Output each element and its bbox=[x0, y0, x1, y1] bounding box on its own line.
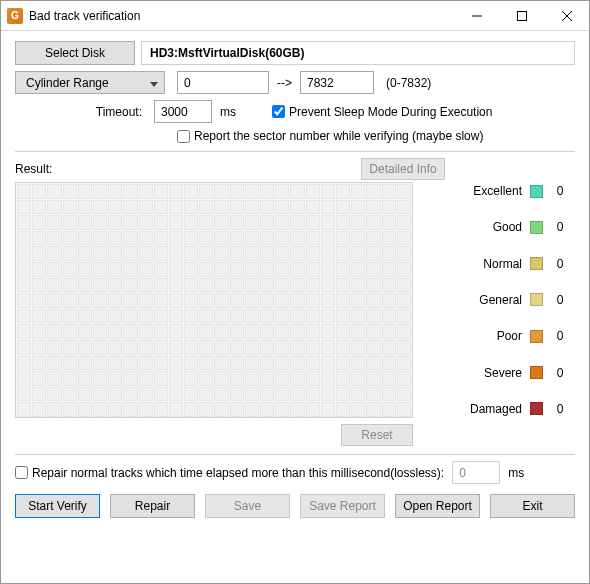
grid-cell bbox=[139, 293, 153, 308]
repair-normal-checkbox-input[interactable] bbox=[15, 466, 28, 479]
open-report-button[interactable]: Open Report bbox=[395, 494, 480, 518]
grid-cell bbox=[290, 231, 304, 246]
grid-cell bbox=[199, 215, 213, 230]
prevent-sleep-checkbox-input[interactable] bbox=[272, 105, 285, 118]
cylinder-to-input[interactable] bbox=[300, 71, 374, 94]
grid-cell bbox=[321, 231, 335, 246]
grid-cell bbox=[382, 231, 396, 246]
prevent-sleep-checkbox[interactable]: Prevent Sleep Mode During Execution bbox=[272, 105, 492, 119]
timeout-input[interactable] bbox=[154, 100, 212, 123]
grid-cell bbox=[154, 356, 168, 371]
grid-cell bbox=[108, 309, 122, 324]
grid-cell bbox=[382, 356, 396, 371]
grid-cell bbox=[306, 340, 320, 355]
grid-cell bbox=[47, 356, 61, 371]
grid-cell bbox=[123, 278, 137, 293]
report-sector-label: Report the sector number while verifying… bbox=[194, 129, 483, 143]
result-grid bbox=[15, 182, 413, 418]
grid-cell bbox=[336, 387, 350, 402]
grid-cell bbox=[154, 262, 168, 277]
grid-cell bbox=[366, 278, 380, 293]
grid-cell bbox=[17, 262, 31, 277]
grid-cell bbox=[214, 402, 228, 417]
grid-cell bbox=[63, 246, 77, 261]
grid-cell bbox=[154, 402, 168, 417]
grid-cell bbox=[366, 215, 380, 230]
grid-cell bbox=[260, 356, 274, 371]
grid-cell bbox=[93, 200, 107, 215]
report-sector-checkbox[interactable]: Report the sector number while verifying… bbox=[177, 129, 483, 143]
grid-cell bbox=[245, 278, 259, 293]
close-button[interactable] bbox=[544, 1, 589, 30]
grid-cell bbox=[230, 293, 244, 308]
legend-damaged-count: 0 bbox=[551, 402, 569, 416]
repair-ms-input[interactable] bbox=[452, 461, 500, 484]
grid-cell bbox=[123, 200, 137, 215]
grid-cell bbox=[230, 324, 244, 339]
grid-cell bbox=[184, 200, 198, 215]
grid-cell bbox=[230, 246, 244, 261]
grid-cell bbox=[169, 356, 183, 371]
grid-cell bbox=[366, 262, 380, 277]
grid-cell bbox=[154, 371, 168, 386]
grid-cell bbox=[275, 324, 289, 339]
cylinder-range-select[interactable]: Cylinder Range bbox=[15, 71, 165, 94]
grid-cell bbox=[154, 200, 168, 215]
repair-button[interactable]: Repair bbox=[110, 494, 195, 518]
save-button[interactable]: Save bbox=[205, 494, 290, 518]
grid-cell bbox=[382, 184, 396, 199]
grid-cell bbox=[169, 246, 183, 261]
grid-cell bbox=[290, 371, 304, 386]
grid-cell bbox=[184, 293, 198, 308]
legend-general-count: 0 bbox=[551, 293, 569, 307]
repair-normal-checkbox[interactable]: Repair normal tracks which time elapsed … bbox=[15, 466, 444, 480]
grid-cell bbox=[123, 402, 137, 417]
grid-cell bbox=[17, 231, 31, 246]
grid-cell bbox=[93, 184, 107, 199]
minimize-button[interactable] bbox=[454, 1, 499, 30]
grid-cell bbox=[78, 309, 92, 324]
grid-cell bbox=[63, 309, 77, 324]
grid-cell bbox=[290, 246, 304, 261]
grid-cell bbox=[382, 200, 396, 215]
grid-cell bbox=[275, 200, 289, 215]
maximize-button[interactable] bbox=[499, 1, 544, 30]
grid-cell bbox=[351, 356, 365, 371]
grid-cell bbox=[366, 371, 380, 386]
grid-cell bbox=[63, 356, 77, 371]
grid-cell bbox=[32, 387, 46, 402]
grid-cell bbox=[108, 402, 122, 417]
legend-excellent-label: Excellent bbox=[452, 184, 522, 198]
grid-cell bbox=[214, 262, 228, 277]
grid-cell bbox=[290, 278, 304, 293]
grid-cell bbox=[199, 278, 213, 293]
grid-cell bbox=[108, 215, 122, 230]
grid-cell bbox=[184, 278, 198, 293]
save-report-button[interactable]: Save Report bbox=[300, 494, 385, 518]
report-sector-checkbox-input[interactable] bbox=[177, 130, 190, 143]
reset-button[interactable]: Reset bbox=[341, 424, 413, 446]
grid-cell bbox=[32, 340, 46, 355]
grid-cell bbox=[214, 340, 228, 355]
grid-cell bbox=[214, 293, 228, 308]
grid-cell bbox=[306, 278, 320, 293]
grid-cell bbox=[199, 356, 213, 371]
divider bbox=[15, 454, 575, 455]
grid-cell bbox=[290, 387, 304, 402]
result-label: Result: bbox=[15, 162, 52, 176]
grid-cell bbox=[123, 246, 137, 261]
detailed-info-button[interactable]: Detailed Info bbox=[361, 158, 445, 180]
legend-poor-label: Poor bbox=[452, 329, 522, 343]
grid-cell bbox=[78, 262, 92, 277]
grid-cell bbox=[336, 278, 350, 293]
grid-cell bbox=[47, 278, 61, 293]
select-disk-button[interactable]: Select Disk bbox=[15, 41, 135, 65]
grid-cell bbox=[17, 184, 31, 199]
legend-damaged-swatch bbox=[530, 402, 543, 415]
grid-cell bbox=[382, 246, 396, 261]
grid-cell bbox=[47, 184, 61, 199]
exit-button[interactable]: Exit bbox=[490, 494, 575, 518]
start-verify-button[interactable]: Start Verify bbox=[15, 494, 100, 518]
grid-cell bbox=[397, 215, 411, 230]
cylinder-from-input[interactable] bbox=[177, 71, 269, 94]
